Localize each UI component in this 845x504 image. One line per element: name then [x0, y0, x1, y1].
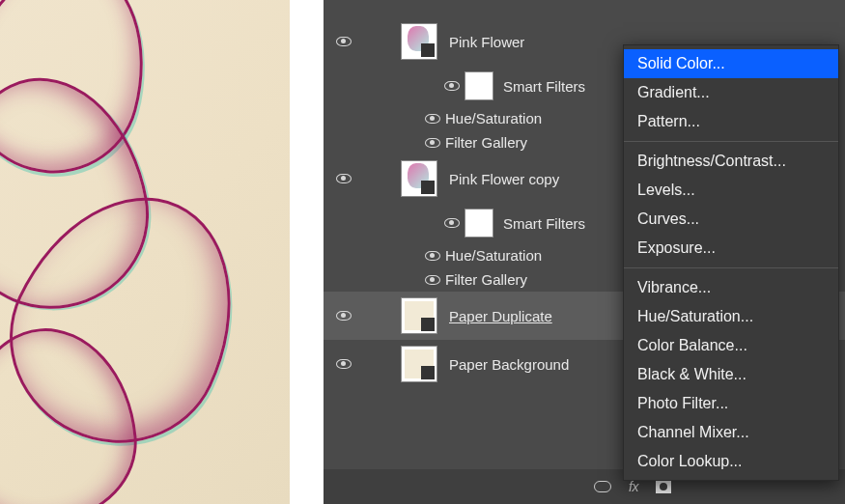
eye-icon [425, 114, 440, 124]
menu-solid-color[interactable]: Solid Color... [624, 49, 838, 78]
visibility-toggle[interactable] [331, 359, 356, 369]
visibility-toggle[interactable] [420, 275, 445, 285]
menu-brightness-contrast[interactable]: Brightness/Contrast... [624, 147, 838, 176]
menu-photo-filter[interactable]: Photo Filter... [624, 389, 838, 418]
menu-black-white[interactable]: Black & White... [624, 360, 838, 389]
eye-icon [425, 275, 440, 285]
visibility-toggle[interactable] [420, 251, 445, 261]
menu-hue-saturation[interactable]: Hue/Saturation... [624, 302, 838, 331]
new-fill-adjustment-menu: Solid Color... Gradient... Pattern... Br… [623, 44, 839, 481]
visibility-toggle[interactable] [331, 311, 356, 321]
add-mask-icon[interactable] [656, 480, 671, 493]
filter-name: Filter Gallery [445, 271, 527, 288]
smart-filters-label: Smart Filters [503, 78, 585, 95]
artwork-preview [0, 0, 290, 504]
visibility-toggle[interactable] [331, 37, 356, 46]
menu-curves[interactable]: Curves... [624, 205, 838, 234]
eye-icon [444, 81, 460, 91]
visibility-toggle[interactable] [420, 138, 445, 148]
menu-channel-mixer[interactable]: Channel Mixer... [624, 418, 838, 447]
visibility-toggle[interactable] [439, 81, 465, 91]
menu-color-lookup[interactable]: Color Lookup... [624, 447, 838, 476]
layer-name[interactable]: Paper Duplicate [449, 308, 552, 324]
visibility-toggle[interactable] [439, 218, 465, 228]
eye-icon [336, 311, 352, 321]
canvas-area[interactable] [0, 0, 324, 504]
filter-name: Filter Gallery [445, 134, 527, 151]
eye-icon [444, 218, 460, 228]
menu-gradient[interactable]: Gradient... [624, 78, 838, 107]
layer-thumbnail[interactable] [401, 23, 437, 60]
eye-icon [336, 359, 352, 369]
layer-name[interactable]: Pink Flower copy [449, 171, 559, 187]
menu-levels[interactable]: Levels... [624, 176, 838, 205]
menu-exposure[interactable]: Exposure... [624, 234, 838, 263]
menu-separator [624, 141, 838, 142]
link-layers-icon[interactable] [594, 481, 611, 492]
menu-vibrance[interactable]: Vibrance... [624, 273, 838, 302]
layer-thumbnail[interactable] [401, 160, 437, 197]
visibility-toggle[interactable] [331, 174, 356, 183]
filter-name: Hue/Saturation [445, 247, 542, 264]
menu-separator [624, 267, 838, 268]
visibility-toggle[interactable] [420, 114, 445, 124]
layers-panel: Pink Flower Smart Filters Hue/Saturation… [324, 0, 845, 504]
eye-icon [425, 251, 440, 261]
filter-mask-thumbnail[interactable] [465, 209, 493, 238]
layer-thumbnail[interactable] [401, 297, 437, 334]
layer-name[interactable]: Pink Flower [449, 34, 524, 50]
filter-name: Hue/Saturation [445, 110, 542, 126]
eye-icon [336, 174, 352, 183]
eye-icon [336, 37, 352, 46]
menu-pattern[interactable]: Pattern... [624, 107, 838, 136]
layer-name[interactable]: Paper Background [449, 356, 569, 373]
filter-mask-thumbnail[interactable] [465, 71, 493, 100]
menu-color-balance[interactable]: Color Balance... [624, 331, 838, 360]
eye-icon [425, 138, 440, 148]
layer-thumbnail[interactable] [401, 346, 437, 382]
fx-icon[interactable]: fx [629, 479, 638, 494]
smart-filters-label: Smart Filters [503, 215, 585, 232]
